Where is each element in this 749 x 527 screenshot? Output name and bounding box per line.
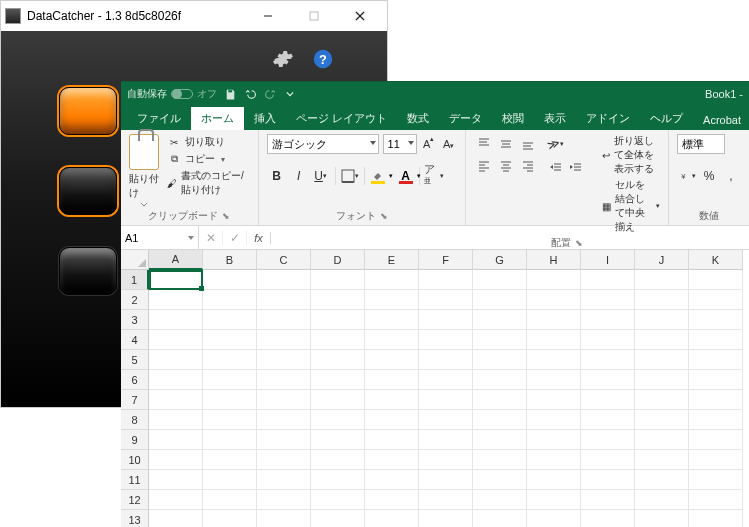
pad-button-2[interactable]: [59, 167, 117, 215]
increase-font-button[interactable]: A▴: [421, 135, 437, 153]
cell[interactable]: [635, 350, 689, 370]
cell[interactable]: [689, 370, 743, 390]
cell[interactable]: [419, 510, 473, 527]
cell[interactable]: [419, 390, 473, 410]
cell[interactable]: [365, 410, 419, 430]
cell[interactable]: [365, 330, 419, 350]
cell[interactable]: [581, 390, 635, 410]
cell[interactable]: [689, 330, 743, 350]
cell[interactable]: [581, 410, 635, 430]
cell[interactable]: [419, 490, 473, 510]
cell[interactable]: [149, 410, 203, 430]
decrease-indent-button[interactable]: [546, 158, 566, 178]
row-header[interactable]: 1: [121, 270, 149, 290]
cell[interactable]: [581, 370, 635, 390]
row-header[interactable]: 3: [121, 310, 149, 330]
cell[interactable]: [203, 370, 257, 390]
cell[interactable]: [257, 430, 311, 450]
tab-acrobat[interactable]: Acrobat: [693, 110, 749, 130]
cell[interactable]: [527, 450, 581, 470]
cell[interactable]: [149, 510, 203, 527]
cell[interactable]: [689, 470, 743, 490]
cell[interactable]: [473, 290, 527, 310]
cell[interactable]: [257, 450, 311, 470]
cell[interactable]: [581, 310, 635, 330]
cell[interactable]: [581, 270, 635, 290]
cell[interactable]: [311, 290, 365, 310]
copy-button[interactable]: ⧉コピー▾: [167, 151, 250, 167]
cell[interactable]: [149, 370, 203, 390]
cell[interactable]: [635, 490, 689, 510]
pad-button-3[interactable]: [59, 247, 117, 295]
cell[interactable]: [635, 370, 689, 390]
cell[interactable]: [311, 350, 365, 370]
cell[interactable]: [473, 330, 527, 350]
cell[interactable]: [581, 330, 635, 350]
italic-button[interactable]: I: [289, 166, 309, 186]
cell[interactable]: [527, 370, 581, 390]
row-header[interactable]: 4: [121, 330, 149, 350]
cell[interactable]: [689, 450, 743, 470]
row-header[interactable]: 13: [121, 510, 149, 527]
cell[interactable]: [689, 350, 743, 370]
cell[interactable]: [473, 510, 527, 527]
cell[interactable]: [689, 290, 743, 310]
accounting-format-button[interactable]: ¥▾: [677, 166, 697, 186]
cell[interactable]: [473, 270, 527, 290]
fx-icon[interactable]: fx: [247, 232, 271, 244]
cell[interactable]: [365, 430, 419, 450]
tab-data[interactable]: データ: [439, 107, 492, 130]
cell[interactable]: [311, 310, 365, 330]
datacatcher-titlebar[interactable]: DataCatcher - 1.3 8d5c8026f: [1, 1, 387, 31]
cell[interactable]: [257, 390, 311, 410]
undo-icon[interactable]: [243, 87, 257, 101]
cell[interactable]: [257, 470, 311, 490]
cut-button[interactable]: ✂切り取り: [167, 134, 250, 150]
column-header[interactable]: H: [527, 250, 581, 270]
cell[interactable]: [203, 350, 257, 370]
cell[interactable]: [635, 430, 689, 450]
row-header[interactable]: 10: [121, 450, 149, 470]
cell[interactable]: [527, 410, 581, 430]
align-bottom-button[interactable]: [518, 134, 538, 154]
cell[interactable]: [635, 270, 689, 290]
cell[interactable]: [257, 270, 311, 290]
cell[interactable]: [149, 450, 203, 470]
cell[interactable]: [581, 430, 635, 450]
cell[interactable]: [365, 510, 419, 527]
cell[interactable]: [203, 270, 257, 290]
cell[interactable]: [473, 370, 527, 390]
font-name-select[interactable]: 游ゴシック: [267, 134, 379, 154]
cell[interactable]: [365, 270, 419, 290]
pad-button-1[interactable]: [59, 87, 117, 135]
cell[interactable]: [311, 430, 365, 450]
column-header[interactable]: I: [581, 250, 635, 270]
cell[interactable]: [311, 490, 365, 510]
cell[interactable]: [419, 450, 473, 470]
maximize-button[interactable]: [291, 2, 337, 30]
column-header[interactable]: E: [365, 250, 419, 270]
row-header[interactable]: 2: [121, 290, 149, 310]
cell[interactable]: [581, 450, 635, 470]
column-header[interactable]: J: [635, 250, 689, 270]
decrease-font-button[interactable]: A▾: [441, 135, 457, 153]
cell[interactable]: [311, 370, 365, 390]
cell[interactable]: [419, 470, 473, 490]
close-button[interactable]: [337, 2, 383, 30]
tab-page-layout[interactable]: ページ レイアウト: [286, 107, 397, 130]
cell[interactable]: [365, 470, 419, 490]
cell[interactable]: [419, 290, 473, 310]
cell[interactable]: [203, 330, 257, 350]
cell[interactable]: [311, 330, 365, 350]
cell[interactable]: [635, 330, 689, 350]
name-box[interactable]: A1: [121, 226, 199, 249]
tab-file[interactable]: ファイル: [127, 107, 191, 130]
cell[interactable]: [527, 390, 581, 410]
tab-home[interactable]: ホーム: [191, 107, 244, 130]
row-header[interactable]: 11: [121, 470, 149, 490]
tab-review[interactable]: 校閲: [492, 107, 534, 130]
column-header[interactable]: D: [311, 250, 365, 270]
cell[interactable]: [473, 390, 527, 410]
cell[interactable]: [581, 290, 635, 310]
row-header[interactable]: 6: [121, 370, 149, 390]
